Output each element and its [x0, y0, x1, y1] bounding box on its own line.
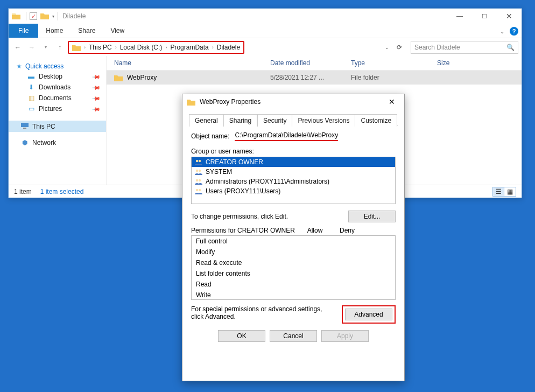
close-button[interactable]: ✕	[497, 9, 522, 24]
col-type[interactable]: Type	[351, 59, 437, 67]
file-row[interactable]: WebProxy 5/28/2021 12:27 ... File folder	[107, 71, 522, 85]
allow-header: Allow	[299, 227, 331, 234]
tab-sharing[interactable]: Sharing	[224, 114, 257, 127]
permissions-list[interactable]: Full control Modify Read & execute List …	[191, 235, 396, 300]
folder-icon	[187, 98, 195, 106]
ok-button[interactable]: OK	[218, 330, 265, 342]
documents-icon: ▥	[27, 94, 36, 102]
separator	[26, 12, 26, 20]
tab-previous-versions[interactable]: Previous Versions	[292, 114, 355, 127]
pin-icon: 📌	[92, 72, 101, 81]
dropdown-icon[interactable]: ▾	[52, 14, 54, 19]
cancel-button[interactable]: Cancel	[270, 330, 317, 342]
user-row[interactable]: SYSTEM	[192, 167, 395, 177]
advanced-text: For special permissions or advanced sett…	[191, 305, 335, 320]
folder-icon	[114, 74, 123, 81]
tab-share[interactable]: Share	[71, 24, 103, 38]
sidebar-item-pictures[interactable]: ▭ Pictures 📌	[9, 103, 106, 114]
user-row[interactable]: Administrators (PROXY111\Administrators)	[192, 177, 395, 186]
details-view-button[interactable]: ☰	[492, 187, 504, 197]
col-date[interactable]: Date modified	[270, 59, 351, 67]
user-list[interactable]: CREATOR OWNER SYSTEM Administrators (PRO…	[191, 157, 396, 204]
tab-general[interactable]: General	[189, 114, 224, 127]
perm-row[interactable]: Full control	[192, 236, 395, 247]
perm-row[interactable]: Read & execute	[192, 257, 395, 268]
network-icon: ⬢	[20, 139, 29, 146]
dialog-title: WebProxy Properties	[200, 98, 261, 106]
svg-point-5	[199, 170, 201, 172]
folder-icon[interactable]	[40, 12, 49, 21]
svg-point-9	[199, 189, 201, 191]
tab-home[interactable]: Home	[38, 24, 71, 38]
forward-button[interactable]: →	[26, 41, 38, 53]
recent-dropdown[interactable]: ▾	[40, 41, 52, 53]
dialog-title-bar[interactable]: WebProxy Properties ✕	[182, 94, 404, 109]
permissions-label: Permissions for CREATOR OWNER	[191, 227, 299, 234]
maximize-button[interactable]: ☐	[472, 9, 497, 24]
perm-row[interactable]: List folder contents	[192, 268, 395, 279]
refresh-icon[interactable]: ⟳	[397, 44, 402, 51]
icons-view-button[interactable]: ▦	[504, 187, 516, 197]
star-icon: ★	[16, 62, 22, 70]
svg-point-8	[196, 189, 198, 191]
perm-row[interactable]: Modify	[192, 247, 395, 257]
close-icon[interactable]: ✕	[384, 97, 400, 106]
tab-file[interactable]: File	[9, 24, 38, 38]
column-headers[interactable]: Name Date modified Type Size	[107, 56, 522, 71]
perm-row[interactable]: Write	[192, 290, 395, 300]
selected-count: 1 item selected	[40, 188, 84, 195]
edit-button[interactable]: Edit...	[348, 211, 396, 222]
group-label: Group or user names:	[191, 148, 396, 155]
downloads-icon: ⬇	[27, 83, 36, 91]
sidebar-item-thispc[interactable]: This PC	[9, 121, 106, 132]
sidebar-item-desktop[interactable]: ▬ Desktop 📌	[9, 71, 106, 82]
tab-security[interactable]: Security	[257, 114, 292, 127]
minimize-button[interactable]: —	[447, 9, 472, 24]
crumb-thispc[interactable]: This PC	[89, 44, 112, 51]
title-bar[interactable]: ✓ ▾ Diladele — ☐ ✕	[9, 9, 522, 24]
breadcrumb[interactable]: ›This PC ›Local Disk (C:) ›ProgramData ›…	[68, 41, 244, 54]
folder-icon	[12, 12, 20, 21]
sidebar-item-downloads[interactable]: ⬇ Downloads 📌	[9, 82, 106, 93]
change-text: To change permissions, click Edit.	[191, 213, 288, 220]
collapse-ribbon-icon[interactable]: ⌄	[500, 29, 504, 34]
nav-bar: ← → ▾ ↑ ›This PC ›Local Disk (C:) ›Progr…	[9, 38, 522, 56]
help-icon[interactable]: ?	[510, 27, 518, 36]
crumb-disk[interactable]: Local Disk (C:)	[120, 44, 163, 51]
col-size[interactable]: Size	[437, 59, 491, 67]
computer-icon	[20, 122, 29, 130]
search-input[interactable]: Search Diladele 🔍	[411, 41, 518, 54]
ribbon-tabs: File Home Share View	[9, 24, 522, 38]
svg-point-7	[199, 179, 201, 181]
security-panel: Object name: C:\ProgramData\Diladele\Web…	[189, 126, 398, 324]
pin-icon: 📌	[92, 83, 101, 92]
sidebar-item-network[interactable]: ⬢ Network	[9, 137, 106, 148]
tab-customize[interactable]: Customize	[355, 114, 397, 127]
crumb-programdata[interactable]: ProgramData	[170, 44, 208, 51]
up-button[interactable]: ↑	[54, 41, 66, 53]
file-type: File folder	[351, 74, 437, 81]
col-name[interactable]: Name	[114, 59, 270, 67]
users-icon	[195, 169, 202, 175]
deny-header: Deny	[331, 227, 363, 234]
sidebar-quick-access[interactable]: ★ Quick access	[9, 60, 106, 71]
apply-button[interactable]: Apply	[321, 330, 369, 342]
checkbox-icon[interactable]: ✓	[30, 12, 37, 20]
dropdown-icon[interactable]: ⌄	[385, 45, 389, 50]
back-button[interactable]: ←	[12, 41, 24, 53]
crumb-diladele[interactable]: Diladele	[217, 44, 240, 51]
properties-dialog: WebProxy Properties ✕ General Sharing Se…	[182, 94, 405, 381]
tab-strip: General Sharing Security Previous Versio…	[189, 114, 398, 126]
desktop-icon: ▬	[27, 73, 36, 80]
window-title: Diladele	[62, 12, 86, 20]
search-icon[interactable]: 🔍	[506, 44, 515, 51]
search-placeholder: Search Diladele	[414, 44, 460, 51]
user-row[interactable]: Users (PROXY111\Users)	[192, 186, 395, 196]
advanced-button[interactable]: Advanced	[345, 309, 392, 320]
perm-row[interactable]: Read	[192, 279, 395, 290]
tab-view[interactable]: View	[103, 24, 132, 38]
advanced-highlight: Advanced	[342, 305, 396, 324]
svg-rect-0	[21, 123, 29, 127]
user-row[interactable]: CREATOR OWNER	[192, 157, 395, 167]
sidebar-item-documents[interactable]: ▥ Documents 📌	[9, 93, 106, 103]
